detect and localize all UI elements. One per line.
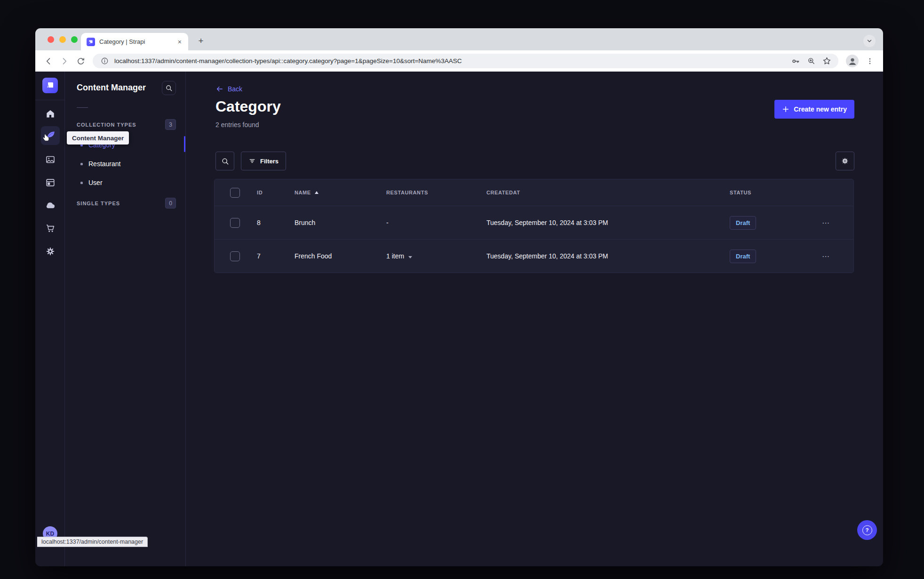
single-types-section: SINGLE TYPES 0 — [77, 198, 176, 209]
create-new-entry-button[interactable]: Create new entry — [774, 100, 854, 119]
cloud-icon — [45, 200, 56, 211]
mouse-hand-cursor — [41, 133, 50, 142]
sidebar-item-home[interactable] — [41, 105, 60, 123]
close-window-button[interactable] — [48, 36, 54, 43]
column-header-restaurants[interactable]: RESTAURANTS — [386, 190, 486, 195]
main-nav-rail: KD — [35, 72, 65, 566]
link-preview-statusbar: localhost:1337/admin/content-manager — [37, 537, 148, 547]
column-header-name-label: NAME — [295, 190, 311, 195]
column-header-status[interactable]: STATUS — [730, 190, 819, 195]
restaurants-count-label: 1 item — [386, 252, 404, 260]
cell-id: 8 — [257, 219, 295, 226]
kebab-menu-icon — [866, 57, 874, 65]
back-button[interactable] — [41, 54, 56, 69]
zoom-icon[interactable] — [805, 56, 817, 67]
column-header-id[interactable]: ID — [257, 190, 295, 195]
gear-icon — [45, 246, 56, 257]
subnav-divider — [77, 107, 88, 108]
filter-icon — [248, 157, 256, 165]
sidebar-item-content-type-builder[interactable] — [41, 173, 60, 192]
page-title: Category — [215, 98, 281, 115]
plus-icon — [782, 105, 789, 113]
content-manager-subnav: Content Manager COLLECTION TYPES 3 Categ… — [65, 72, 186, 566]
address-bar[interactable]: localhost:1337/admin/content-manager/col… — [93, 54, 838, 68]
filters-button[interactable]: Filters — [241, 152, 286, 170]
desktop: Category | Strapi × + local — [0, 0, 924, 579]
reload-icon — [76, 56, 85, 65]
strapi-admin: KD Content Manager COLLECTION TYPES 3 Ca… — [35, 72, 883, 566]
bookmark-star-icon[interactable] — [821, 56, 832, 67]
strapi-favicon — [87, 38, 95, 46]
subnav-title: Content Manager — [77, 83, 146, 93]
rail-divider — [35, 100, 64, 100]
column-header-name[interactable]: NAME — [295, 190, 386, 195]
status-badge: Draft — [730, 249, 756, 263]
person-icon — [847, 56, 858, 67]
select-all-checkbox[interactable] — [230, 188, 240, 198]
browser-window: Category | Strapi × + local — [35, 28, 883, 566]
subnav-item-label: User — [88, 179, 103, 186]
row-actions-button[interactable]: ⋯ — [819, 252, 853, 261]
row-checkbox[interactable] — [230, 218, 240, 228]
sidebar-item-settings[interactable] — [41, 242, 60, 261]
strapi-logo[interactable] — [42, 78, 58, 93]
tab-close-icon[interactable]: × — [177, 38, 183, 46]
row-actions-button[interactable]: ⋯ — [819, 218, 853, 227]
sort-ascending-icon — [315, 191, 319, 194]
content-type-builder-icon — [45, 177, 56, 188]
entries-count: 2 entries found — [215, 121, 259, 129]
cell-createdat: Tuesday, September 10, 2024 at 3:03 PM — [486, 252, 730, 260]
content-manager-tooltip: Content Manager — [67, 131, 129, 145]
fullscreen-window-button[interactable] — [71, 36, 78, 43]
collection-types-label: COLLECTION TYPES — [77, 122, 136, 128]
cell-createdat: Tuesday, September 10, 2024 at 3:03 PM — [486, 219, 730, 226]
tab-strip: Category | Strapi × + — [35, 28, 883, 50]
subnav-item-label: Restaurant — [88, 160, 120, 168]
window-controls — [48, 36, 78, 43]
chevron-down-icon — [866, 38, 873, 44]
table-row[interactable]: 7 French Food 1 item Tuesday, September … — [215, 239, 853, 273]
cell-restaurants: - — [386, 219, 486, 226]
collection-types-count-badge: 3 — [165, 119, 176, 130]
back-link[interactable]: Back — [215, 85, 242, 93]
sidebar-item-marketplace[interactable] — [41, 219, 60, 238]
password-manager-icon[interactable] — [790, 56, 801, 67]
back-arrow-icon — [215, 85, 224, 93]
gear-icon — [841, 157, 849, 165]
list-search-button[interactable] — [215, 152, 234, 170]
browser-tab[interactable]: Category | Strapi × — [81, 33, 188, 50]
minimize-window-button[interactable] — [59, 36, 66, 43]
subnav-item-user[interactable]: User — [65, 173, 185, 192]
new-tab-button[interactable]: + — [195, 35, 207, 47]
sidebar-item-content-manager[interactable] — [41, 126, 60, 145]
table-header-row: ID NAME RESTAURANTS CREATEDAT STATUS — [215, 179, 853, 206]
browser-toolbar: localhost:1337/admin/content-manager/col… — [35, 50, 883, 72]
subnav-search-button[interactable] — [162, 81, 176, 95]
row-checkbox[interactable] — [230, 251, 240, 261]
browser-profile-avatar[interactable] — [846, 55, 859, 67]
sidebar-item-media-library[interactable] — [41, 150, 60, 169]
cell-name: French Food — [295, 252, 386, 260]
reload-button[interactable] — [73, 54, 88, 69]
single-types-label: SINGLE TYPES — [77, 201, 120, 206]
status-badge: Draft — [730, 216, 756, 230]
question-mark-icon: ? — [862, 525, 872, 535]
forward-arrow-icon — [60, 56, 69, 66]
single-types-count-badge: 0 — [165, 198, 176, 209]
table-row[interactable]: 8 Brunch - Tuesday, September 10, 2024 a… — [215, 206, 853, 239]
tab-search-button[interactable] — [863, 35, 876, 47]
forward-button[interactable] — [57, 54, 72, 69]
sidebar-item-deploy[interactable] — [41, 196, 60, 215]
cell-restaurants[interactable]: 1 item — [386, 252, 486, 260]
active-item-indicator — [184, 136, 185, 152]
search-icon — [165, 84, 173, 92]
view-settings-button[interactable] — [836, 152, 854, 170]
entries-table: ID NAME RESTAURANTS CREATEDAT STATUS 8 — [214, 179, 854, 273]
url-text[interactable]: localhost:1337/admin/content-manager/col… — [114, 57, 786, 64]
help-button[interactable]: ? — [857, 520, 877, 540]
browser-menu-button[interactable] — [862, 54, 877, 69]
column-header-createdat[interactable]: CREATEDAT — [486, 190, 730, 195]
home-icon — [45, 109, 56, 119]
page-info-icon[interactable] — [99, 56, 110, 67]
subnav-item-restaurant[interactable]: Restaurant — [65, 154, 185, 173]
